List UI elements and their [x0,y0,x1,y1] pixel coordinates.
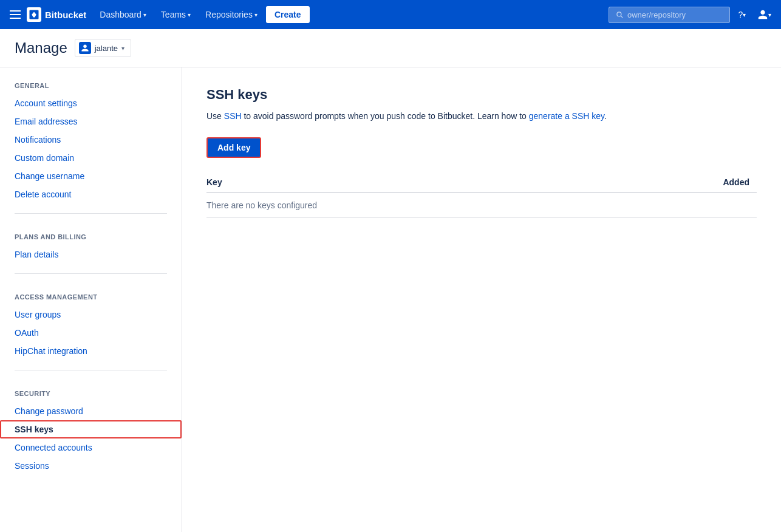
sidebar-link-notifications[interactable]: Notifications [0,131,182,149]
main-layout: GENERAL Account settings Email addresses… [0,67,781,532]
sidebar-link-change-password[interactable]: Change password [0,402,182,420]
nav-dashboard[interactable]: Dashboard ▾ [94,6,152,23]
page-title: Manage [15,39,67,56]
logo[interactable]: Bitbucket [27,7,86,22]
teams-caret: ▾ [188,12,191,18]
create-button[interactable]: Create [266,6,310,23]
content-title: SSH keys [206,87,757,103]
top-nav: Bitbucket Dashboard ▾ Teams ▾ Repositori… [0,0,781,29]
sidebar-link-plan-details[interactable]: Plan details [0,245,182,264]
generate-ssh-link[interactable]: generate a SSH key [529,111,604,121]
repositories-caret: ▾ [254,12,257,18]
sidebar-section-plans: PLANS AND BILLING [0,223,182,245]
sidebar-divider-2 [15,273,167,274]
sidebar-section-security: SECURITY [0,380,182,402]
nav-repositories[interactable]: Repositories ▾ [199,6,264,23]
search-icon [615,10,624,19]
sidebar-link-connected-accounts[interactable]: Connected accounts [0,438,182,457]
help-button[interactable]: ? ▾ [732,5,752,24]
ssh-link[interactable]: SSH [224,111,242,121]
content-description: Use SSH to avoid password prompts when y… [206,110,757,123]
nav-teams[interactable]: Teams ▾ [155,6,197,23]
sidebar-link-change-username[interactable]: Change username [0,167,182,185]
sidebar: GENERAL Account settings Email addresses… [0,67,182,532]
search-box[interactable] [609,7,730,23]
sidebar-link-oauth[interactable]: OAuth [0,324,182,342]
logo-icon [27,7,41,22]
user-badge[interactable]: jalante ▾ [75,39,131,57]
sidebar-divider-1 [15,213,167,214]
empty-message: There are no keys configured [206,193,757,218]
hamburger-menu[interactable] [7,6,24,23]
main-content: SSH keys Use SSH to avoid password promp… [182,67,781,532]
ssh-keys-table: Key Added There are no keys configured [206,172,757,218]
col-key: Key [206,172,429,193]
sidebar-link-ssh-keys[interactable]: SSH keys [0,420,182,438]
sidebar-divider-3 [15,370,167,370]
sidebar-link-account-settings[interactable]: Account settings [0,94,182,112]
sidebar-link-custom-domain[interactable]: Custom domain [0,149,182,167]
col-added: Added [429,172,757,193]
add-key-button[interactable]: Add key [206,137,261,158]
user-badge-caret: ▾ [121,45,124,52]
sidebar-link-sessions[interactable]: Sessions [0,457,182,475]
avatar [79,42,91,54]
sidebar-link-user-groups[interactable]: User groups [0,305,182,324]
search-input[interactable] [627,10,718,19]
sidebar-section-access: ACCESS MANAGEMENT [0,284,182,305]
sidebar-link-email-addresses[interactable]: Email addresses [0,112,182,131]
sidebar-section-general: GENERAL [0,82,182,94]
user-caret: ▾ [768,12,771,18]
user-badge-name: jalante [95,44,118,53]
dashboard-caret: ▾ [143,12,146,18]
sidebar-link-delete-account[interactable]: Delete account [0,185,182,203]
sidebar-link-hipchat[interactable]: HipChat integration [0,342,182,360]
logo-text: Bitbucket [45,10,86,20]
table-row-empty: There are no keys configured [206,193,757,218]
page-header: Manage jalante ▾ [0,29,781,67]
help-caret: ▾ [743,12,746,18]
user-icon [757,9,768,20]
user-menu-button[interactable]: ▾ [754,5,774,24]
